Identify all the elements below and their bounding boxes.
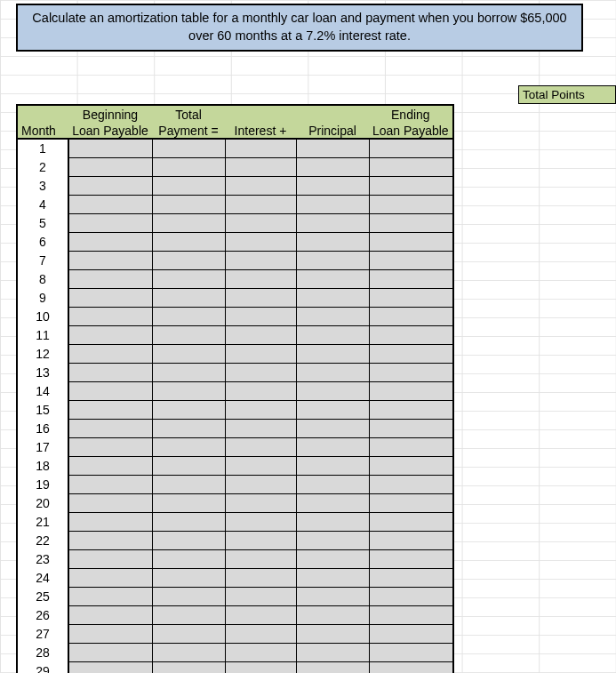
beginning-cell[interactable] bbox=[68, 363, 152, 381]
beginning-cell[interactable] bbox=[68, 157, 152, 176]
ending-cell[interactable] bbox=[369, 437, 453, 456]
beginning-cell[interactable] bbox=[68, 419, 152, 437]
interest-cell[interactable] bbox=[225, 624, 296, 643]
month-cell[interactable]: 13 bbox=[17, 363, 68, 381]
interest-cell[interactable] bbox=[225, 288, 296, 307]
beginning-cell[interactable] bbox=[68, 232, 152, 251]
principal-cell[interactable] bbox=[296, 232, 369, 251]
ending-cell[interactable] bbox=[369, 288, 453, 307]
month-cell[interactable]: 21 bbox=[17, 512, 68, 531]
payment-cell[interactable] bbox=[152, 587, 225, 605]
beginning-cell[interactable] bbox=[68, 531, 152, 549]
interest-cell[interactable] bbox=[225, 549, 296, 568]
beginning-cell[interactable] bbox=[68, 568, 152, 587]
principal-cell[interactable] bbox=[296, 157, 369, 176]
beginning-cell[interactable] bbox=[68, 381, 152, 400]
principal-cell[interactable] bbox=[296, 605, 369, 624]
principal-cell[interactable] bbox=[296, 307, 369, 325]
beginning-cell[interactable] bbox=[68, 437, 152, 456]
ending-cell[interactable] bbox=[369, 139, 453, 157]
interest-cell[interactable] bbox=[225, 643, 296, 661]
payment-cell[interactable] bbox=[152, 400, 225, 419]
beginning-cell[interactable] bbox=[68, 269, 152, 288]
interest-cell[interactable] bbox=[225, 232, 296, 251]
payment-cell[interactable] bbox=[152, 139, 225, 157]
payment-cell[interactable] bbox=[152, 325, 225, 344]
month-cell[interactable]: 10 bbox=[17, 307, 68, 325]
interest-cell[interactable] bbox=[225, 475, 296, 493]
ending-cell[interactable] bbox=[369, 568, 453, 587]
interest-cell[interactable] bbox=[225, 344, 296, 363]
interest-cell[interactable] bbox=[225, 381, 296, 400]
principal-cell[interactable] bbox=[296, 288, 369, 307]
ending-cell[interactable] bbox=[369, 475, 453, 493]
month-cell[interactable]: 9 bbox=[17, 288, 68, 307]
interest-cell[interactable] bbox=[225, 419, 296, 437]
ending-cell[interactable] bbox=[369, 381, 453, 400]
month-cell[interactable]: 17 bbox=[17, 437, 68, 456]
month-cell[interactable]: 16 bbox=[17, 419, 68, 437]
payment-cell[interactable] bbox=[152, 475, 225, 493]
interest-cell[interactable] bbox=[225, 176, 296, 195]
payment-cell[interactable] bbox=[152, 269, 225, 288]
principal-cell[interactable] bbox=[296, 419, 369, 437]
principal-cell[interactable] bbox=[296, 251, 369, 269]
principal-cell[interactable] bbox=[296, 624, 369, 643]
ending-cell[interactable] bbox=[369, 195, 453, 213]
month-cell[interactable]: 4 bbox=[17, 195, 68, 213]
month-cell[interactable]: 11 bbox=[17, 325, 68, 344]
principal-cell[interactable] bbox=[296, 661, 369, 673]
principal-cell[interactable] bbox=[296, 456, 369, 475]
principal-cell[interactable] bbox=[296, 213, 369, 232]
beginning-cell[interactable] bbox=[68, 325, 152, 344]
interest-cell[interactable] bbox=[225, 400, 296, 419]
month-cell[interactable]: 12 bbox=[17, 344, 68, 363]
ending-cell[interactable] bbox=[369, 307, 453, 325]
principal-cell[interactable] bbox=[296, 176, 369, 195]
payment-cell[interactable] bbox=[152, 176, 225, 195]
ending-cell[interactable] bbox=[369, 176, 453, 195]
interest-cell[interactable] bbox=[225, 531, 296, 549]
month-cell[interactable]: 26 bbox=[17, 605, 68, 624]
ending-cell[interactable] bbox=[369, 661, 453, 673]
ending-cell[interactable] bbox=[369, 232, 453, 251]
month-cell[interactable]: 24 bbox=[17, 568, 68, 587]
interest-cell[interactable] bbox=[225, 251, 296, 269]
payment-cell[interactable] bbox=[152, 568, 225, 587]
interest-cell[interactable] bbox=[225, 661, 296, 673]
ending-cell[interactable] bbox=[369, 549, 453, 568]
month-cell[interactable]: 14 bbox=[17, 381, 68, 400]
beginning-cell[interactable] bbox=[68, 213, 152, 232]
beginning-cell[interactable] bbox=[68, 456, 152, 475]
payment-cell[interactable] bbox=[152, 643, 225, 661]
beginning-cell[interactable] bbox=[68, 624, 152, 643]
ending-cell[interactable] bbox=[369, 363, 453, 381]
principal-cell[interactable] bbox=[296, 400, 369, 419]
payment-cell[interactable] bbox=[152, 531, 225, 549]
payment-cell[interactable] bbox=[152, 195, 225, 213]
interest-cell[interactable] bbox=[225, 512, 296, 531]
beginning-cell[interactable] bbox=[68, 605, 152, 624]
month-cell[interactable]: 15 bbox=[17, 400, 68, 419]
payment-cell[interactable] bbox=[152, 288, 225, 307]
month-cell[interactable]: 19 bbox=[17, 475, 68, 493]
payment-cell[interactable] bbox=[152, 307, 225, 325]
ending-cell[interactable] bbox=[369, 587, 453, 605]
payment-cell[interactable] bbox=[152, 624, 225, 643]
payment-cell[interactable] bbox=[152, 549, 225, 568]
principal-cell[interactable] bbox=[296, 344, 369, 363]
ending-cell[interactable] bbox=[369, 344, 453, 363]
interest-cell[interactable] bbox=[225, 269, 296, 288]
interest-cell[interactable] bbox=[225, 325, 296, 344]
principal-cell[interactable] bbox=[296, 549, 369, 568]
ending-cell[interactable] bbox=[369, 419, 453, 437]
payment-cell[interactable] bbox=[152, 381, 225, 400]
beginning-cell[interactable] bbox=[68, 139, 152, 157]
beginning-cell[interactable] bbox=[68, 400, 152, 419]
payment-cell[interactable] bbox=[152, 232, 225, 251]
principal-cell[interactable] bbox=[296, 363, 369, 381]
beginning-cell[interactable] bbox=[68, 661, 152, 673]
interest-cell[interactable] bbox=[225, 587, 296, 605]
beginning-cell[interactable] bbox=[68, 493, 152, 512]
beginning-cell[interactable] bbox=[68, 512, 152, 531]
